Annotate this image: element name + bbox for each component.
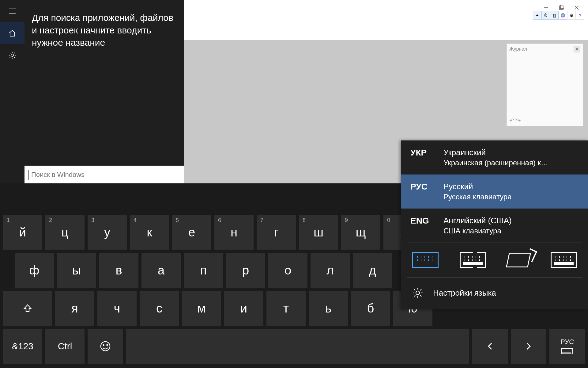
key-д[interactable]: д bbox=[353, 253, 392, 288]
key-б[interactable]: б bbox=[351, 291, 390, 326]
key-ы[interactable]: ы bbox=[57, 253, 96, 288]
svg-point-7 bbox=[101, 342, 110, 351]
key-г[interactable]: 7г bbox=[257, 215, 296, 250]
key-я[interactable]: я bbox=[55, 291, 94, 326]
svg-point-9 bbox=[107, 345, 108, 346]
language-settings-button[interactable]: Настройки языка bbox=[401, 278, 588, 309]
redo-icon[interactable]: ↷ bbox=[516, 117, 521, 124]
key-м[interactable]: м bbox=[182, 291, 221, 326]
key-emoji[interactable] bbox=[88, 329, 123, 364]
minimize-button[interactable] bbox=[542, 4, 550, 12]
hamburger-button[interactable] bbox=[0, 0, 24, 22]
keyboard-mode-icons bbox=[401, 243, 588, 277]
key-о[interactable]: о bbox=[268, 253, 307, 288]
lang-option-укр[interactable]: УКРУкраинскийУкраинская (расширенная) к… bbox=[401, 140, 588, 174]
key-к[interactable]: 4к bbox=[130, 215, 169, 250]
key-и[interactable]: и bbox=[224, 291, 263, 326]
key-symbols[interactable]: &123 bbox=[3, 329, 42, 364]
key-щ[interactable]: 9щ bbox=[341, 215, 380, 250]
tool-window-icon[interactable]: ▥ bbox=[550, 11, 559, 20]
undo-icon[interactable]: ↶ bbox=[509, 117, 514, 124]
search-rail bbox=[0, 0, 24, 183]
lang-option-eng[interactable]: ENGАнглийский (США)США клавиатура bbox=[401, 209, 588, 243]
key-а[interactable]: а bbox=[141, 253, 181, 288]
key-right[interactable] bbox=[511, 329, 546, 364]
svg-point-8 bbox=[103, 345, 104, 346]
tool-gear-icon[interactable]: ⚙ bbox=[567, 11, 576, 20]
settings-button[interactable] bbox=[0, 44, 24, 66]
key-п[interactable]: п bbox=[184, 253, 223, 288]
search-flyout: Для поиска приложений, файлов и настроек… bbox=[0, 0, 184, 183]
key-ч[interactable]: ч bbox=[97, 291, 137, 326]
home-button[interactable] bbox=[0, 22, 24, 44]
svg-rect-1 bbox=[560, 6, 563, 10]
svg-point-6 bbox=[561, 13, 565, 17]
tool-help-icon[interactable]: ? bbox=[576, 11, 584, 20]
svg-point-15 bbox=[11, 54, 13, 56]
key-е[interactable]: 5е bbox=[172, 215, 211, 250]
search-hint: Для поиска приложений, файлов и настроек… bbox=[24, 0, 184, 49]
close-button[interactable] bbox=[573, 4, 581, 12]
key-т[interactable]: т bbox=[266, 291, 306, 326]
journal-panel: Журнал ✕ ↶ ↷ bbox=[507, 44, 583, 126]
key-р[interactable]: р bbox=[226, 253, 265, 288]
key-н[interactable]: 6н bbox=[214, 215, 254, 250]
key-space[interactable] bbox=[126, 329, 469, 364]
key-shift[interactable] bbox=[3, 291, 52, 326]
handwriting-icon[interactable] bbox=[506, 253, 531, 267]
toolbar-icons: ✦ ⏱ ▥ ⚙ ? bbox=[533, 11, 584, 20]
key-ф[interactable]: ф bbox=[15, 253, 54, 288]
key-в[interactable]: в bbox=[99, 253, 138, 288]
key-у[interactable]: 3у bbox=[88, 215, 127, 250]
tool-clock-icon[interactable]: ⏱ bbox=[541, 11, 550, 20]
keyboard-split-icon[interactable] bbox=[460, 252, 486, 268]
key-с[interactable]: с bbox=[140, 291, 179, 326]
journal-close-button[interactable]: ✕ bbox=[574, 46, 580, 52]
key-language[interactable]: РУС bbox=[549, 329, 585, 364]
key-л[interactable]: л bbox=[311, 253, 350, 288]
maximize-button[interactable] bbox=[557, 4, 565, 12]
keyboard-standard-icon[interactable] bbox=[412, 252, 439, 268]
key-ц[interactable]: 2ц bbox=[45, 215, 85, 250]
key-й[interactable]: 1й bbox=[3, 215, 42, 250]
tool-color-icon[interactable] bbox=[559, 11, 567, 20]
tool-wand-icon[interactable]: ✦ bbox=[533, 11, 541, 20]
svg-rect-2 bbox=[560, 5, 564, 9]
svg-point-16 bbox=[416, 291, 420, 295]
search-input[interactable]: Поиск в Windows bbox=[24, 166, 184, 183]
key-ь[interactable]: ь bbox=[309, 291, 348, 326]
key-ш[interactable]: 8ш bbox=[299, 215, 338, 250]
key-left[interactable] bbox=[472, 329, 508, 364]
lang-option-рус[interactable]: РУСРусскийРусская клавиатура bbox=[401, 174, 588, 209]
language-popup: УКРУкраинскийУкраинская (расширенная) к…… bbox=[401, 140, 588, 309]
keyboard-full-icon[interactable] bbox=[551, 252, 577, 268]
key-ctrl[interactable]: Ctrl bbox=[45, 329, 85, 364]
journal-title: Журнал bbox=[509, 46, 527, 52]
